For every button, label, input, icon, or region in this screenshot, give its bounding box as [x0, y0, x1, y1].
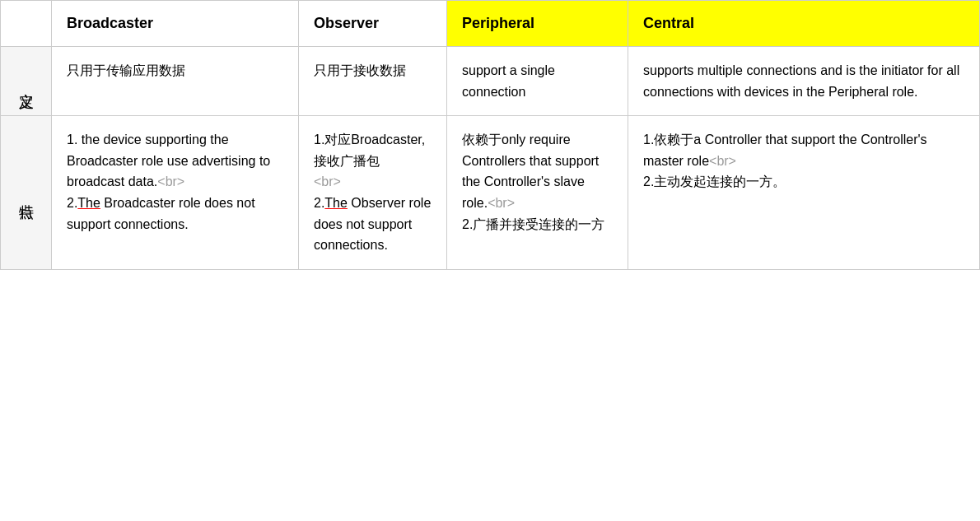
central-feature-2: 2.主动发起连接的一方。 — [643, 174, 786, 188]
label-header — [1, 1, 52, 47]
central-header: Central — [628, 1, 980, 47]
broadcaster-header: Broadcaster — [52, 1, 299, 47]
row-label-definition: 定义 — [1, 47, 52, 116]
observer-feature-2: 2.The Observer role does not support con… — [314, 196, 431, 252]
central-br: <br> — [709, 154, 736, 168]
row-label-features: 特点 — [1, 116, 52, 270]
broadcaster-features: 1. the device supporting the Broadcaster… — [52, 116, 299, 270]
peripheral-definition: support a single connection — [447, 47, 628, 116]
peripheral-feature-1: 依赖于only require Controllers that support… — [462, 133, 599, 210]
observer-definition: 只用于接收数据 — [299, 47, 447, 116]
comparison-table: Broadcaster Observer Peripheral Central … — [0, 0, 980, 270]
central-definition: supports multiple connections and is the… — [628, 47, 980, 116]
peripheral-br: <br> — [488, 196, 515, 210]
peripheral-feature-2: 2.广播并接受连接的一方 — [462, 217, 604, 231]
peripheral-header: Peripheral — [447, 1, 628, 47]
observer-br: <br> — [314, 174, 341, 188]
observer-features: 1.对应Broadcaster,接收广播包 <br> 2.The Observe… — [299, 116, 447, 270]
peripheral-features: 依赖于only require Controllers that support… — [447, 116, 628, 270]
observer-header: Observer — [299, 1, 447, 47]
central-feature-1: 1.依赖于a Controller that support the Contr… — [643, 133, 927, 168]
broadcaster-br: <br> — [157, 174, 184, 188]
broadcaster-feature-2: 2.The Broadcaster role does not support … — [67, 196, 255, 231]
central-features: 1.依赖于a Controller that support the Contr… — [628, 116, 980, 270]
observer-feature-1: 1.对应Broadcaster,接收广播包 — [314, 133, 425, 168]
broadcaster-definition: 只用于传输应用数据 — [52, 47, 299, 116]
